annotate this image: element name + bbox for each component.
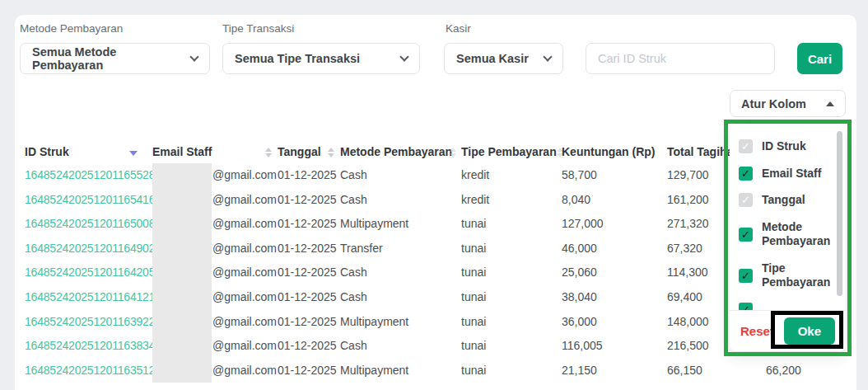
transaction-date: 01-12-2025 — [278, 188, 337, 213]
profit-amount: 25,060 — [562, 261, 597, 285]
transaction-date: 01-12-2025 — [278, 261, 337, 285]
column-option[interactable]: ✓ Tanggal — [739, 193, 838, 208]
checkbox-icon[interactable]: ✓ — [739, 193, 753, 207]
dropdown-scrollbar[interactable] — [837, 131, 842, 296]
total-bill-amount: 216,500 — [667, 334, 709, 359]
sort-icon[interactable] — [328, 148, 334, 157]
payment-method: Cash — [340, 261, 367, 285]
column-option[interactable]: ✓ Tipe Pembayaran — [739, 261, 838, 290]
total-bill-amount: 66,150 — [667, 359, 702, 383]
sort-icon[interactable] — [450, 148, 456, 157]
profit-amount: 116,005 — [562, 334, 603, 359]
column-option[interactable]: ✓ Metode Pembayaran — [739, 220, 838, 249]
column-option-partial[interactable]: ✓ — [739, 303, 838, 311]
receipt-id-link[interactable]: 164852420251201164205 — [25, 261, 155, 285]
receipt-id-link[interactable]: 164852420251201163512 — [25, 359, 155, 383]
payment-type: tunai — [461, 310, 486, 335]
payment-method-filter-label: Metode Pembayaran — [20, 22, 123, 35]
redacted-email-block — [152, 310, 212, 335]
header-keuntungan[interactable]: Keuntungan (Rp) — [562, 145, 656, 158]
receipt-id-link[interactable]: 164852420251201165528 — [25, 163, 155, 188]
column-option[interactable]: ✓ ID Struk — [739, 139, 838, 154]
payment-type: tunai — [461, 237, 486, 261]
cashier-select[interactable]: Semua Kasir — [444, 43, 563, 74]
email-domain: @gmail.com — [212, 285, 277, 310]
table-row: 164852420251201163512 @gmail.com 01-12-2… — [0, 359, 868, 383]
payment-type: tunai — [461, 261, 486, 285]
payment-method: Cash — [340, 163, 367, 188]
payment-method: Cash — [340, 188, 367, 213]
payment-method-select-value: Semua Metode Pembayaran — [32, 45, 183, 72]
column-option[interactable]: ✓ Email Staff — [739, 167, 838, 181]
column-settings-toggle-label: Atur Kolom — [741, 97, 806, 110]
dropdown-footer: Reset Oke — [730, 310, 846, 351]
column-settings-toggle[interactable]: Atur Kolom — [730, 90, 846, 117]
checkbox-icon[interactable]: ✓ — [739, 139, 753, 153]
triangle-up-icon — [826, 101, 834, 106]
transaction-date: 01-12-2025 — [278, 285, 337, 310]
transaction-date: 01-12-2025 — [278, 163, 337, 188]
header-id-struk[interactable]: ID Struk — [25, 145, 69, 158]
redacted-email-block — [152, 359, 212, 383]
payment-method-select[interactable]: Semua Metode Pembayaran — [20, 43, 210, 74]
redacted-email-block — [152, 334, 212, 359]
reset-button[interactable]: Reset — [740, 324, 774, 338]
profit-amount: 127,000 — [562, 212, 604, 237]
extra-amount: 66,200 — [766, 359, 801, 383]
header-tanggal[interactable]: Tanggal — [278, 145, 321, 158]
profit-amount: 8,040 — [562, 188, 590, 213]
total-bill-amount: 69,400 — [667, 285, 702, 310]
checkbox-icon[interactable]: ✓ — [739, 167, 753, 181]
payment-type: kredit — [461, 163, 489, 188]
transaction-type-select[interactable]: Semua Tipe Transaksi — [222, 43, 420, 74]
email-domain: @gmail.com — [212, 334, 277, 359]
sort-descending-icon[interactable] — [129, 151, 138, 156]
sort-icon[interactable] — [265, 148, 272, 157]
redacted-email-block — [152, 188, 212, 213]
redacted-email-block — [152, 163, 212, 188]
transaction-date: 01-12-2025 — [278, 310, 337, 335]
redacted-email-block — [152, 212, 212, 237]
oke-button[interactable]: Oke — [784, 317, 835, 345]
redacted-email-block — [152, 261, 212, 285]
payment-method: Cash — [340, 285, 367, 310]
receipt-id-link[interactable]: 164852420251201165416 — [25, 188, 155, 213]
total-bill-amount: 129,700 — [667, 163, 709, 188]
checkbox-icon[interactable]: ✓ — [739, 269, 753, 283]
payment-type: kredit — [461, 188, 489, 213]
profit-amount: 38,040 — [562, 285, 597, 310]
transaction-type-select-value: Semua Tipe Transaksi — [235, 52, 360, 65]
profit-amount: 21,150 — [562, 359, 597, 383]
chevron-down-icon — [399, 52, 408, 61]
total-bill-amount: 67,320 — [667, 237, 702, 261]
payment-method: Multipayment — [340, 359, 408, 383]
transaction-date: 01-12-2025 — [278, 237, 337, 261]
report-page: Metode Pembayaran Semua Metode Pembayara… — [0, 0, 868, 390]
search-button[interactable]: Cari — [797, 43, 842, 74]
receipt-id-link[interactable]: 164852420251201164902 — [25, 237, 155, 261]
payment-method: Transfer — [340, 237, 383, 261]
header-metode-pembayaran[interactable]: Metode Pembayaran — [340, 145, 452, 158]
receipt-id-link[interactable]: 164852420251201165008 — [25, 212, 155, 237]
cashier-filter-label: Kasir — [446, 22, 471, 35]
email-domain: @gmail.com — [212, 261, 277, 285]
email-domain: @gmail.com — [212, 310, 277, 335]
cashier-select-value: Semua Kasir — [456, 52, 529, 65]
receipt-id-link[interactable]: 164852420251201164121 — [25, 285, 155, 310]
payment-method: Cash — [340, 334, 367, 359]
checkbox-icon[interactable]: ✓ — [739, 228, 753, 242]
total-bill-amount: 271,320 — [667, 212, 709, 237]
column-settings-dropdown: ✓ ID Struk ✓ Email Staff ✓ Tanggal ✓ Met… — [730, 125, 846, 351]
search-receipt-input[interactable] — [586, 43, 775, 74]
profit-amount: 58,700 — [562, 163, 597, 188]
payment-type: tunai — [461, 359, 486, 383]
receipt-id-link[interactable]: 164852420251201163922 — [25, 310, 155, 335]
receipt-id-link[interactable]: 164852420251201163834 — [25, 334, 155, 359]
header-email-staff[interactable]: Email Staff — [152, 145, 212, 158]
checkbox-icon[interactable]: ✓ — [739, 303, 753, 311]
payment-type: tunai — [461, 334, 486, 359]
header-tipe-pembayaran[interactable]: Tipe Pembayaran — [461, 145, 557, 158]
profit-amount: 36,000 — [562, 310, 597, 335]
total-bill-amount: 148,000 — [667, 310, 709, 335]
total-bill-amount: 161,200 — [667, 188, 709, 213]
